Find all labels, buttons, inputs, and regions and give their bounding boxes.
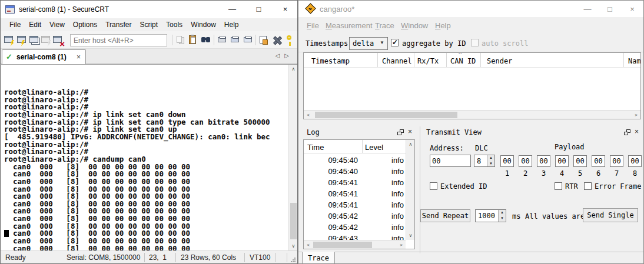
menu-script[interactable]: Script bbox=[135, 21, 162, 29]
menu-edit[interactable]: Edit bbox=[25, 21, 45, 29]
scroll-right-icon[interactable]: > bbox=[632, 111, 640, 119]
payload-byte-input[interactable]: 00 bbox=[592, 155, 605, 167]
payload-byte-input[interactable]: 00 bbox=[537, 155, 550, 167]
log-row[interactable]: 09:45:42 info bbox=[304, 210, 405, 222]
maximize-button[interactable]: □ bbox=[245, 1, 272, 18]
dock-float-icon[interactable] bbox=[397, 129, 404, 135]
close-button[interactable]: × bbox=[272, 1, 298, 18]
log-row[interactable]: 09:45:41 info bbox=[304, 177, 405, 188]
aggregate-label[interactable]: aggregate by ID bbox=[402, 39, 466, 48]
dock-close-icon[interactable]: × bbox=[635, 128, 639, 136]
menu-help[interactable]: Help bbox=[220, 21, 243, 29]
tab-trace[interactable]: Trace bbox=[302, 252, 335, 264]
log-hscrollbar[interactable]: < > bbox=[304, 240, 406, 249]
print-selection-icon[interactable] bbox=[230, 35, 241, 45]
terminal-vscrollbar[interactable]: ∧ ∨ bbox=[288, 65, 297, 250]
minimize-button[interactable]: — bbox=[576, 1, 599, 18]
paste-icon[interactable] bbox=[188, 35, 198, 45]
terminal-area[interactable]: root@linaro-alip:/#root@linaro-alip:/#ro… bbox=[1, 64, 297, 250]
clone-session-icon[interactable] bbox=[29, 35, 39, 45]
menu-measurement[interactable]: Measurement bbox=[326, 21, 373, 30]
tab-close-icon[interactable]: × bbox=[77, 53, 81, 61]
scroll-up-icon[interactable]: ∧ bbox=[289, 65, 297, 73]
connect-dialog-icon[interactable] bbox=[16, 35, 27, 45]
col-rxtx[interactable]: Rx/Tx bbox=[417, 57, 439, 65]
send-single-button[interactable]: Send Single bbox=[583, 208, 638, 222]
log-row[interactable]: 09:45:42 info bbox=[304, 222, 405, 233]
spin-down-icon[interactable]: ▼ bbox=[487, 161, 494, 167]
payload-byte-input[interactable]: 00 bbox=[628, 155, 642, 167]
scroll-left-icon[interactable]: < bbox=[304, 240, 313, 249]
payload-byte-input[interactable]: 00 bbox=[573, 155, 587, 167]
log-col-time[interactable]: Time bbox=[307, 143, 324, 152]
close-button[interactable]: × bbox=[621, 1, 643, 18]
rtr-checkbox[interactable] bbox=[555, 182, 562, 190]
scroll-up-icon[interactable]: ∧ bbox=[406, 140, 415, 149]
menu-view[interactable]: View bbox=[45, 21, 69, 29]
col-channel[interactable]: Channel bbox=[382, 57, 412, 65]
dlc-stepper[interactable]: 8 ▲▼ bbox=[474, 155, 495, 167]
timestamps-dropdown[interactable]: delta ▼ bbox=[349, 37, 388, 50]
log-col-level[interactable]: Level bbox=[365, 143, 383, 152]
menu-file[interactable]: File bbox=[5, 21, 25, 29]
scroll-left-icon[interactable]: < bbox=[304, 111, 313, 119]
menu-options[interactable]: Options bbox=[69, 21, 101, 29]
col-name[interactable]: Name bbox=[628, 57, 641, 65]
disconnect-icon[interactable] bbox=[52, 35, 63, 45]
print-setup-icon[interactable] bbox=[243, 35, 254, 45]
scroll-down-icon[interactable]: ∨ bbox=[406, 231, 415, 240]
resize-grip[interactable] bbox=[291, 258, 296, 262]
col-canid[interactable]: CAN ID bbox=[450, 57, 476, 65]
tab-scroll-left-icon[interactable]: ◁ bbox=[275, 52, 285, 59]
log-vscrollbar[interactable]: ∧ ∨ bbox=[406, 140, 414, 240]
menu-window[interactable]: Window bbox=[401, 21, 428, 30]
menu-window[interactable]: Window bbox=[187, 21, 220, 29]
col-timestamp[interactable]: Timestamp bbox=[311, 57, 350, 65]
address-input[interactable] bbox=[430, 155, 471, 167]
scrollbar-thumb[interactable] bbox=[290, 203, 297, 239]
rtr-label[interactable]: RTR bbox=[565, 182, 578, 191]
scrollbar-thumb[interactable] bbox=[313, 242, 372, 248]
maximize-button[interactable]: □ bbox=[599, 1, 621, 18]
aggregate-checkbox[interactable]: ✓ bbox=[391, 39, 399, 46]
dock-close-icon[interactable]: × bbox=[408, 128, 412, 136]
spin-down-icon[interactable]: ▼ bbox=[499, 216, 506, 222]
scroll-down-icon[interactable]: ∨ bbox=[289, 242, 297, 250]
find-icon[interactable] bbox=[201, 35, 211, 45]
payload-byte-input[interactable]: 00 bbox=[500, 155, 514, 167]
interval-stepper[interactable]: 1000 ▲▼ bbox=[475, 209, 506, 222]
menu-help[interactable]: Help bbox=[435, 21, 451, 30]
log-row[interactable]: 09:45:40 info bbox=[304, 155, 405, 166]
menu-trace[interactable]: Trace bbox=[375, 21, 394, 30]
menu-file[interactable]: File bbox=[307, 21, 319, 30]
payload-byte-input[interactable]: 00 bbox=[555, 155, 569, 167]
menu-tools[interactable]: Tools bbox=[162, 21, 187, 29]
log-row[interactable]: 09:45:40 info bbox=[304, 166, 405, 177]
extended-id-checkbox[interactable] bbox=[430, 182, 437, 190]
menu-transfer[interactable]: Transfer bbox=[101, 21, 135, 29]
col-sender[interactable]: Sender bbox=[487, 57, 512, 65]
send-repeat-button[interactable]: Send Repeat bbox=[420, 209, 470, 222]
extended-id-label[interactable]: Extended ID bbox=[440, 182, 487, 191]
error-frame-label[interactable]: Error Frame bbox=[595, 182, 641, 191]
payload-byte-input[interactable]: 00 bbox=[519, 155, 532, 167]
scroll-right-icon[interactable]: > bbox=[397, 240, 406, 249]
payload-byte-input[interactable]: 00 bbox=[610, 155, 623, 167]
global-options-icon[interactable] bbox=[271, 35, 282, 45]
keymap-icon[interactable] bbox=[284, 35, 295, 45]
host-input[interactable] bbox=[70, 34, 167, 46]
log-row[interactable]: 09:45:41 info bbox=[304, 199, 405, 210]
dock-float-icon[interactable] bbox=[624, 129, 630, 135]
spin-up-icon[interactable]: ▲ bbox=[499, 210, 506, 216]
session-options-icon[interactable] bbox=[258, 35, 269, 45]
trace-hscrollbar[interactable]: < > bbox=[304, 110, 640, 119]
session-tab[interactable]: ✓ serial-com8 (1) × bbox=[2, 49, 86, 64]
log-row[interactable]: 09:45:41 info bbox=[304, 188, 405, 199]
minimize-button[interactable]: — bbox=[219, 1, 245, 18]
error-frame-checkbox[interactable] bbox=[584, 182, 592, 190]
print-session-icon[interactable] bbox=[217, 35, 228, 45]
quick-connect-icon[interactable] bbox=[4, 35, 14, 45]
scrollbar-thumb[interactable] bbox=[315, 112, 457, 118]
tab-scroll-right-icon[interactable]: ▷ bbox=[284, 52, 294, 59]
spin-up-icon[interactable]: ▲ bbox=[487, 155, 494, 161]
